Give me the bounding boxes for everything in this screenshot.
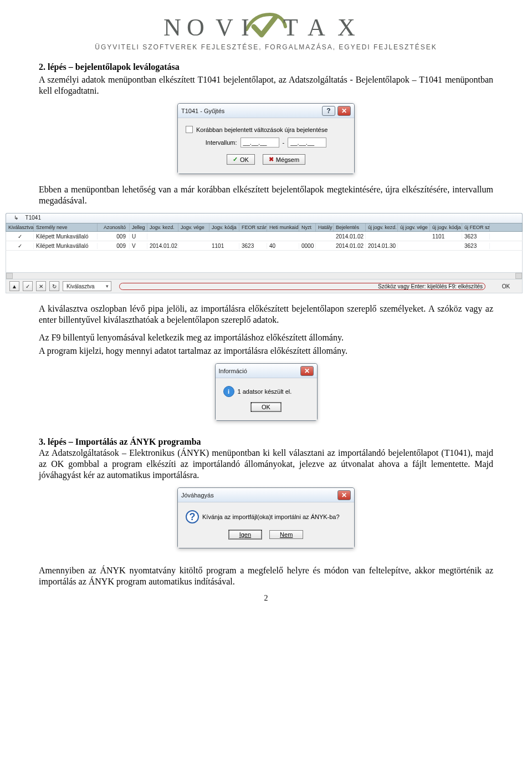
dialog-info-title: Információ [219, 368, 247, 374]
filter-dropdown[interactable]: Kiválasztva [63, 281, 111, 291]
grid-tab[interactable]: T1041 [25, 215, 41, 221]
logo-tagline: Ügyviteli szoftverek fejlesztése, forgal… [39, 43, 493, 51]
grid-header[interactable]: FEOR szám [239, 223, 267, 231]
cell-heti: 40 [267, 243, 299, 249]
logo-svg: N O V I T A X [163, 10, 369, 43]
after-grid-para3: A program kijelzi, hogy mennyi adatot ta… [39, 345, 493, 357]
grid-header[interactable]: új jogv. kódja [430, 223, 462, 231]
closing-para: Amennyiben az ÁNYK nyomtatvány kitöltő p… [39, 565, 493, 587]
scroll-right-icon[interactable] [515, 273, 522, 279]
info-icon: i [223, 386, 234, 397]
cell-sel: ✓ [6, 243, 34, 249]
horizontal-scrollbar[interactable] [6, 273, 523, 279]
cell-name: Kilépett Munkavállaló [34, 233, 98, 240]
svg-text:X: X [337, 14, 359, 41]
cell-sel: ✓ [6, 233, 34, 240]
cell-ujfeor: 3623 [462, 243, 490, 249]
grid-header[interactable]: új jogv. kezd. [366, 223, 398, 231]
grid-header[interactable]: Bejelentés [334, 223, 366, 231]
svg-text:V: V [216, 14, 237, 41]
svg-text:O: O [187, 14, 208, 41]
cell-jelleg: U [130, 233, 147, 240]
interval-dash: - [283, 139, 285, 146]
check-icon: ✓ [233, 156, 238, 163]
dialog-confirm: Jóváhagyás ✕ ? Kívánja az importfájl(oka… [177, 487, 355, 548]
cell-bej: 2014.01.02 [334, 233, 366, 240]
grid-header[interactable]: Hatály [316, 223, 334, 231]
no-button[interactable]: Nem [269, 530, 303, 539]
section2-para2: Ebben a menüpontban lehetőség van a már … [39, 184, 493, 206]
cell-id: 009 [98, 233, 130, 240]
prev-changes-label: Korábban bejelentett változások újra bej… [196, 126, 328, 133]
interval-from-input[interactable]: __.__.__ [241, 138, 279, 148]
section2-heading: 2. lépés – bejelentőlapok leválogatása [39, 62, 493, 72]
cell-bej: 2014.01.02 [334, 243, 366, 249]
cross-icon: ✖ [269, 156, 274, 163]
grid-empty-area [6, 251, 523, 273]
yes-button[interactable]: Igen [229, 530, 262, 539]
cell-kodja: 1101 [209, 243, 239, 249]
cell-ujkod: 1101 [430, 233, 462, 240]
grid-header[interactable]: Személy neve [34, 223, 98, 231]
close-button[interactable]: ✕ [337, 106, 351, 116]
logo-mark: N O V I T A X [163, 10, 369, 43]
refresh-icon[interactable]: ↻ [49, 281, 59, 291]
help-button[interactable]: ? [322, 106, 335, 116]
grid-header[interactable]: Jogv. kezd. [147, 223, 178, 231]
grid-headers: Kiválasztva Személy neve Azonosító Jelle… [6, 223, 523, 232]
cell-nyzt: 0000 [299, 243, 316, 249]
cancel-button[interactable]: ✖Mégsem [263, 154, 305, 165]
table-row[interactable]: ✓ Kilépett Munkavállaló 009 U 2014.01.02… [6, 232, 523, 241]
cell-id: 009 [98, 243, 130, 249]
after-grid-para1: A kiválasztva oszlopban lévő pipa jelöli… [39, 303, 493, 326]
prev-changes-checkbox[interactable] [186, 126, 193, 133]
grid-screenshot: ↳ T1041 Kiválasztva Személy neve Azonosí… [6, 213, 523, 293]
grid-header[interactable]: Nyzt [299, 223, 316, 231]
nav-up-icon[interactable]: ▲ [9, 281, 19, 291]
question-icon: ? [186, 510, 199, 523]
grid-ok-button[interactable]: OK [493, 283, 519, 289]
grid-header[interactable]: Jogv. kódja [209, 223, 239, 231]
close-button[interactable]: ✕ [337, 490, 351, 500]
dialog-confirm-title: Jóváhagyás [181, 492, 214, 499]
interval-to-input[interactable]: __.__.__ [288, 138, 326, 148]
cell-feor: 3623 [239, 243, 267, 249]
logo-block: N O V I T A X Ügyviteli szoftverek fejle… [39, 10, 493, 51]
grid-header[interactable]: Heti munkaidő [267, 223, 299, 231]
interval-label: Intervallum: [206, 139, 237, 146]
cell-name: Kilépett Munkavállaló [34, 243, 98, 249]
grid-header[interactable]: Jogv. vége [178, 223, 209, 231]
info-message: 1 adatsor készült el. [238, 388, 292, 395]
cell-jelleg: V [130, 243, 147, 249]
close-button[interactable]: ✕ [300, 366, 314, 376]
svg-text:T: T [283, 14, 301, 41]
grid-header[interactable]: Jelleg [130, 223, 147, 231]
section3-para: Az Adatszolgáltatások – Elektronikus (ÁN… [39, 448, 493, 480]
ok-button[interactable]: ✓OK [227, 154, 255, 165]
svg-text:A: A [308, 14, 329, 41]
section3-heading: 3. lépés – Importálás az ÁNYK programba [39, 437, 201, 446]
after-grid-para2: Az F9 billentyű lenyomásával keletkezik … [39, 332, 493, 343]
hint-bar: Szóköz vagy Enter: kijelölés F9: elkészí… [119, 283, 485, 290]
dialog-gyujtes: T1041 - Gyűjtés ? ✕ Korábban bejelentett… [177, 103, 355, 174]
scroll-left-icon[interactable] [6, 273, 13, 279]
section2-para1: A személyi adatok menüpontban elkészítet… [39, 74, 493, 96]
grid-header[interactable]: új FEOR szá [462, 223, 490, 231]
cell-ujkezd: 2014.01.30 [366, 243, 398, 249]
cell-kezd: 2014.01.02 [147, 243, 178, 249]
dialog-gyujtes-title: T1041 - Gyűjtés [181, 108, 224, 114]
svg-text:I: I [241, 14, 253, 41]
cell-ujfeor: 3623 [462, 233, 490, 240]
grid-header[interactable]: új jogv. vége [398, 223, 430, 231]
grid-header[interactable]: Kiválasztva [6, 223, 34, 231]
svg-text:N: N [163, 14, 185, 41]
select-check-icon[interactable]: ✓ [23, 281, 33, 291]
deselect-x-icon[interactable]: ✕ [36, 281, 46, 291]
dialog-info: Információ ✕ i 1 adatsor készült el. OK [215, 363, 318, 421]
page-number: 2 [39, 594, 493, 603]
confirm-message: Kívánja az importfájl(oka)t importálni a… [202, 513, 340, 520]
grid-header[interactable]: Azonosító [98, 223, 130, 231]
ok-button[interactable]: OK [251, 403, 281, 411]
table-row[interactable]: ✓ Kilépett Munkavállaló 009 V 2014.01.02… [6, 241, 523, 251]
